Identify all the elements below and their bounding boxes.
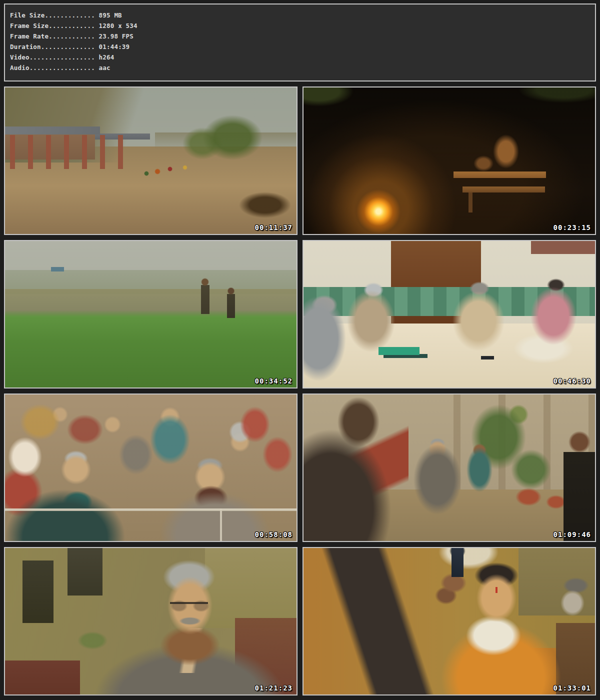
info-value: h264 [99, 54, 114, 61]
media-info-row-audio: Audio.................aac [10, 62, 590, 73]
info-value: 1280 x 534 [99, 22, 138, 30]
media-info-row-video: Video.................h264 [10, 52, 590, 62]
screenshot-village-daylight: 00:11:37 [4, 86, 298, 235]
dot-leader: ................. [30, 54, 95, 61]
dot-leader: ............ [48, 22, 95, 30]
screenshot-smiling-man-microphone: 01:33:01 [302, 547, 596, 696]
info-label: Audio [10, 64, 30, 72]
timestamp-overlay: 01:21:23 [255, 684, 292, 692]
timestamp-overlay: 00:34:52 [255, 377, 292, 385]
info-value: 23.98 FPS [99, 32, 134, 40]
timestamp-overlay: 01:09:46 [554, 530, 591, 538]
media-info-row-frame-rate: Frame Rate............23.98 FPS [10, 31, 590, 42]
page: File Size.............895 MB Frame Size.… [0, 0, 600, 696]
info-label: Duration [10, 43, 41, 50]
info-label: File Size [10, 12, 45, 19]
screenshot-children-in-field: 00:34:52 [4, 240, 298, 388]
info-label: Frame Rate [10, 32, 48, 40]
screenshot-living-room-meeting: 00:46:30 [302, 240, 596, 388]
screenshots-grid: 00:11:37 00:23:15 00:34:52 00:46:30 00:5… [4, 86, 596, 696]
media-info-panel: File Size.............895 MB Frame Size.… [4, 4, 596, 82]
dot-leader: ................. [30, 64, 95, 72]
media-info-row-file-size: File Size.............895 MB [10, 10, 590, 20]
timestamp-overlay: 00:11:37 [255, 224, 292, 232]
info-label: Video [10, 54, 30, 61]
timestamp-overlay: 00:46:30 [554, 377, 591, 385]
screenshot-old-man-portrait: 01:21:23 [4, 547, 298, 696]
screenshot-night-campfire: 00:23:15 [302, 86, 596, 235]
screenshot-courtyard-argument: 01:09:46 [302, 394, 596, 542]
screenshot-audience-crowd: 00:58:08 [4, 394, 298, 542]
timestamp-overlay: 00:23:15 [554, 224, 591, 232]
media-info-row-duration: Duration..............01:44:39 [10, 42, 590, 52]
media-info-row-frame-size: Frame Size............1280 x 534 [10, 20, 590, 31]
timestamp-overlay: 01:33:01 [554, 684, 591, 692]
timestamp-overlay: 00:58:08 [255, 530, 292, 538]
dot-leader: ............. [45, 12, 95, 19]
info-value: 01:44:39 [99, 43, 130, 50]
info-value: aac [99, 64, 110, 72]
dot-leader: .............. [41, 43, 95, 50]
dot-leader: ............ [48, 32, 95, 40]
info-value: 895 MB [98, 12, 122, 19]
info-label: Frame Size [10, 22, 48, 30]
